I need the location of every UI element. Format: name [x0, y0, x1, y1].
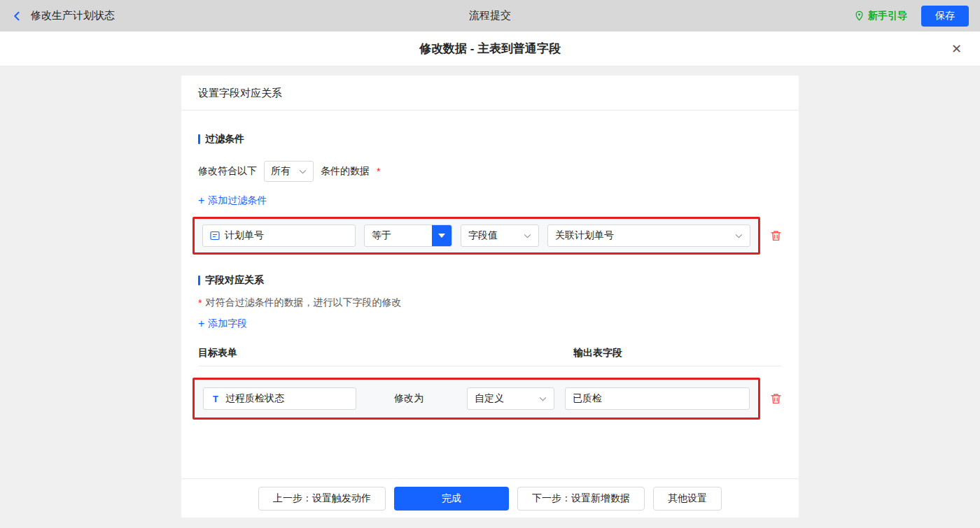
mapping-description: * 对符合过滤条件的数据，进行以下字段的修改: [198, 297, 782, 309]
location-pin-icon: [854, 10, 864, 21]
prev-step-button[interactable]: 上一步：设置触发动作: [258, 487, 386, 511]
operator-value: 等于: [372, 229, 391, 242]
other-settings-button[interactable]: 其他设置: [653, 487, 722, 511]
topbar-left: 修改生产计划状态: [11, 9, 115, 22]
value-type-select[interactable]: 字段值: [461, 224, 539, 247]
target-form-column-header: 目标表单: [198, 347, 237, 358]
topbar: 修改生产计划状态 流程提交 新手引导 保存: [0, 0, 980, 31]
mapping-value-text: 已质检: [573, 392, 602, 405]
mapping-value-type-value: 自定义: [475, 392, 504, 405]
filter-section-title: 过滤条件: [198, 133, 782, 145]
mapping-description-text: 对符合过滤条件的数据，进行以下字段的修改: [205, 297, 401, 309]
match-suffix-label: 条件的数据: [321, 165, 370, 178]
value-field-value: 关联计划单号: [555, 229, 614, 242]
mapping-value-type-select[interactable]: 自定义: [467, 387, 554, 410]
dialog-header: 修改数据 - 主表到普通字段 ✕: [0, 31, 980, 66]
filter-field-select[interactable]: 计划单号: [202, 224, 356, 247]
page-title: 修改生产计划状态: [31, 9, 115, 22]
filter-section-label: 过滤条件: [205, 133, 244, 145]
beginner-guide-link[interactable]: 新手引导: [854, 10, 907, 22]
spacer: [181, 420, 799, 478]
dialog-body: 设置字段对应关系 过滤条件 修改符合以下 所有 条件的数据 *: [0, 66, 980, 527]
guide-label: 新手引导: [868, 10, 907, 22]
mapping-value-input[interactable]: 已质检: [565, 387, 750, 410]
annotation-highlight-filter: 计划单号 等于 字段值 关联计划: [192, 217, 760, 255]
section-marker: [198, 134, 200, 144]
modify-to-label: 修改为: [394, 392, 424, 405]
mapping-row: T 过程质检状态 修改为 自定义 已质检: [198, 378, 782, 420]
target-field-select[interactable]: T 过程质检状态: [203, 387, 356, 410]
dialog-title: 修改数据 - 主表到普通字段: [419, 41, 561, 57]
filter-field-value: 计划单号: [225, 229, 264, 242]
delete-mapping-icon[interactable]: [770, 392, 782, 405]
next-step-button[interactable]: 下一步：设置新增数据: [517, 487, 645, 511]
plus-icon: +: [198, 318, 204, 329]
back-icon[interactable]: [11, 10, 24, 22]
add-field-link[interactable]: + 添加字段: [198, 317, 247, 330]
match-prefix-label: 修改符合以下: [198, 165, 257, 178]
chevron-down-icon: [729, 234, 743, 238]
required-mark: *: [198, 297, 202, 308]
card-header: 设置字段对应关系: [181, 76, 799, 110]
topbar-right: 新手引导 保存: [854, 6, 969, 27]
match-mode-value: 所有: [271, 165, 290, 178]
add-field-label: 添加字段: [208, 317, 247, 330]
settings-card: 设置字段对应关系 过滤条件 修改符合以下 所有 条件的数据 *: [181, 76, 799, 518]
annotation-highlight-mapping: T 过程质检状态 修改为 自定义 已质检: [192, 378, 760, 420]
section-marker: [198, 276, 200, 285]
value-type-value: 字段值: [468, 229, 498, 242]
required-mark: *: [377, 166, 380, 177]
done-button[interactable]: 完成: [394, 487, 509, 511]
chevron-down-icon: [533, 397, 547, 401]
match-mode-select[interactable]: 所有: [264, 161, 314, 182]
delete-filter-icon[interactable]: [770, 229, 782, 242]
mapping-section-title: 字段对应关系: [198, 274, 782, 287]
filter-match-line: 修改符合以下 所有 条件的数据 *: [198, 161, 782, 182]
operator-select[interactable]: 等于: [364, 224, 452, 247]
form-field-icon: [210, 231, 220, 241]
add-filter-condition-link[interactable]: + 添加过滤条件: [198, 194, 267, 207]
mapping-section-label: 字段对应关系: [205, 274, 264, 287]
caret-down-icon: [438, 234, 445, 238]
card-content: 过滤条件 修改符合以下 所有 条件的数据 * + 添加过滤条件: [181, 110, 799, 420]
filter-condition-row: 计划单号 等于 字段值 关联计划: [198, 217, 782, 255]
close-icon[interactable]: ✕: [951, 43, 962, 55]
mapping-column-headers: 目标表单 输出表字段: [198, 347, 782, 366]
target-field-value: 过程质检状态: [225, 392, 284, 405]
save-button[interactable]: 保存: [921, 6, 969, 27]
output-field-column-header: 输出表字段: [573, 347, 622, 359]
topbar-center-title: 流程提交: [0, 9, 980, 22]
add-filter-label: 添加过滤条件: [208, 194, 267, 207]
card-footer: 上一步：设置触发动作 完成 下一步：设置新增数据 其他设置: [181, 478, 799, 518]
plus-icon: +: [198, 195, 204, 206]
value-field-select[interactable]: 关联计划单号: [547, 224, 750, 247]
text-field-icon: T: [211, 394, 220, 404]
chevron-down-icon: [293, 169, 307, 174]
chevron-down-icon: [518, 234, 531, 238]
operator-dropdown-button[interactable]: [432, 225, 451, 246]
